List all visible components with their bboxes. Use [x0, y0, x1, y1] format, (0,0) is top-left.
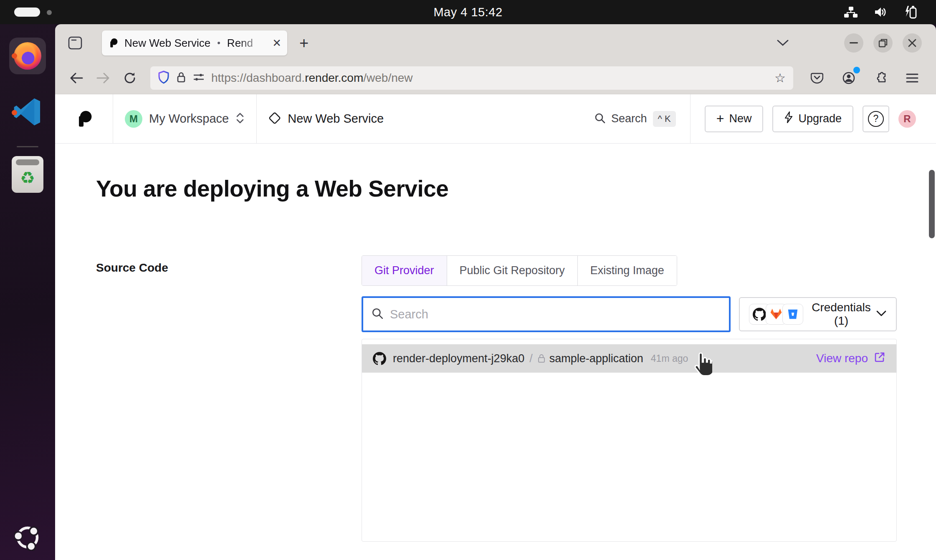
chevron-updown-icon	[235, 112, 245, 126]
source-code-label: Source Code	[96, 261, 168, 275]
header-divider	[690, 94, 691, 143]
firefox-view-button[interactable]	[63, 31, 87, 55]
vscode-running-dot	[12, 110, 17, 116]
repo-search-box[interactable]	[362, 296, 731, 332]
firefox-window: New Web Service • Rend ✕ +	[55, 24, 936, 560]
close-window-button[interactable]	[903, 33, 922, 53]
navigation-toolbar: https://dashboard.render.com/web/new ☆	[55, 62, 936, 94]
repo-name: sample-application	[549, 352, 643, 365]
chevron-down-icon	[876, 310, 887, 318]
private-lock-icon	[538, 354, 545, 363]
workspace-indicator-active[interactable]	[14, 8, 40, 17]
toolbar-icons	[805, 66, 924, 90]
search-icon	[372, 308, 383, 321]
account-notification-dot	[853, 67, 860, 73]
search-label: Search	[611, 112, 647, 125]
page-title: New Web Service	[288, 112, 384, 126]
search-shortcut-badge: ^ K	[653, 111, 676, 127]
dock-firefox[interactable]	[9, 38, 46, 74]
bitbucket-icon	[782, 304, 803, 325]
workspace-switcher[interactable]: M My Workspace	[113, 110, 256, 128]
view-repo-link[interactable]: View repo	[816, 351, 885, 366]
system-tray[interactable]	[843, 0, 918, 24]
workspace-name: My Workspace	[149, 112, 229, 126]
system-top-bar: May 4 15:42	[0, 0, 936, 24]
system-clock[interactable]: May 4 15:42	[433, 5, 502, 19]
tab-existing-image[interactable]: Existing Image	[578, 256, 677, 285]
source-tabs: Git Provider Public Git Repository Exist…	[362, 255, 677, 286]
scrollbar-thumb[interactable]	[929, 170, 935, 238]
page-heading: You are deploying a Web Service	[96, 175, 448, 202]
render-favicon	[108, 38, 119, 48]
repo-age: 41m ago	[651, 353, 688, 364]
external-link-icon	[874, 351, 885, 366]
back-button[interactable]	[64, 66, 89, 90]
plus-icon: +	[716, 111, 724, 126]
url-text: https://dashboard.render.com/web/new	[211, 71, 768, 85]
recycle-glyph: ♻	[20, 169, 35, 186]
dashboard-main: You are deploying a Web Service Source C…	[55, 144, 936, 560]
question-mark-icon: ?	[868, 111, 884, 127]
lightning-icon	[784, 111, 793, 126]
workspace-avatar: M	[125, 110, 142, 128]
credentials-dropdown[interactable]: Credentials (1)	[739, 297, 897, 331]
url-bar[interactable]: https://dashboard.render.com/web/new ☆	[150, 66, 793, 90]
volume-icon	[874, 6, 888, 18]
page-breadcrumb: New Web Service	[257, 112, 395, 126]
dock-vscode[interactable]	[9, 94, 46, 131]
tab-title: New Web Service • Rend	[124, 37, 271, 50]
trash-icon: ♻	[12, 156, 43, 193]
help-button[interactable]: ?	[863, 106, 889, 132]
global-search[interactable]: Search ^ K	[580, 111, 690, 127]
repo-list: render-deployment-j29ka0 / sample-applic…	[362, 339, 897, 542]
tab-public-git-repository[interactable]: Public Git Repository	[447, 256, 578, 285]
repo-row[interactable]: render-deployment-j29ka0 / sample-applic…	[362, 344, 896, 373]
diamond-icon	[268, 112, 281, 126]
render-logo[interactable]	[55, 109, 113, 129]
forward-button[interactable]	[91, 66, 115, 90]
tab-close-icon[interactable]: ✕	[272, 37, 281, 50]
workspace-indicator-next[interactable]	[47, 10, 52, 15]
search-icon	[594, 113, 605, 125]
trash-lid	[16, 159, 39, 165]
minimize-button[interactable]	[844, 33, 863, 53]
repo-owner: render-deployment-j29ka0	[393, 352, 524, 365]
extensions-puzzle-icon[interactable]	[868, 66, 893, 90]
show-applications-button[interactable]	[14, 524, 41, 551]
provider-badges	[749, 304, 799, 325]
network-icon	[843, 6, 858, 18]
credentials-label: Credentials (1)	[807, 301, 876, 328]
tab-bar: New Web Service • Rend ✕ +	[55, 24, 936, 62]
bookmark-star-icon[interactable]: ☆	[774, 71, 786, 85]
list-all-tabs-chevron[interactable]	[772, 32, 794, 54]
render-dashboard: M My Workspace New Web Service Search ^	[55, 94, 936, 560]
restore-button[interactable]	[873, 33, 893, 53]
tab-separator: •	[217, 38, 220, 48]
dock-divider	[17, 146, 38, 147]
firefox-icon	[14, 42, 41, 70]
new-tab-button[interactable]: +	[294, 33, 314, 53]
repo-separator: /	[529, 352, 533, 365]
reload-button[interactable]	[118, 66, 142, 90]
ubuntu-dock: ♻	[0, 24, 55, 560]
lock-icon[interactable]	[176, 71, 186, 85]
window-controls	[844, 33, 922, 53]
dock-trash[interactable]: ♻	[9, 156, 46, 193]
tracking-protection-shield-icon[interactable]	[158, 71, 169, 86]
pocket-icon[interactable]	[805, 66, 829, 90]
repo-search-input[interactable]	[390, 308, 721, 321]
upgrade-button[interactable]: Upgrade	[772, 106, 853, 132]
firefox-running-dot	[12, 53, 17, 59]
account-icon[interactable]	[837, 66, 861, 90]
github-icon	[373, 352, 386, 365]
browser-tab[interactable]: New Web Service • Rend ✕	[102, 30, 287, 55]
tab-git-provider[interactable]: Git Provider	[362, 256, 447, 285]
permissions-sliders-icon[interactable]	[193, 73, 205, 83]
dashboard-header: M My Workspace New Web Service Search ^	[55, 94, 936, 144]
menu-hamburger-icon[interactable]	[900, 66, 924, 90]
user-avatar[interactable]: R	[898, 110, 916, 128]
new-button[interactable]: + New	[705, 106, 764, 132]
battery-charging-icon	[904, 5, 918, 19]
